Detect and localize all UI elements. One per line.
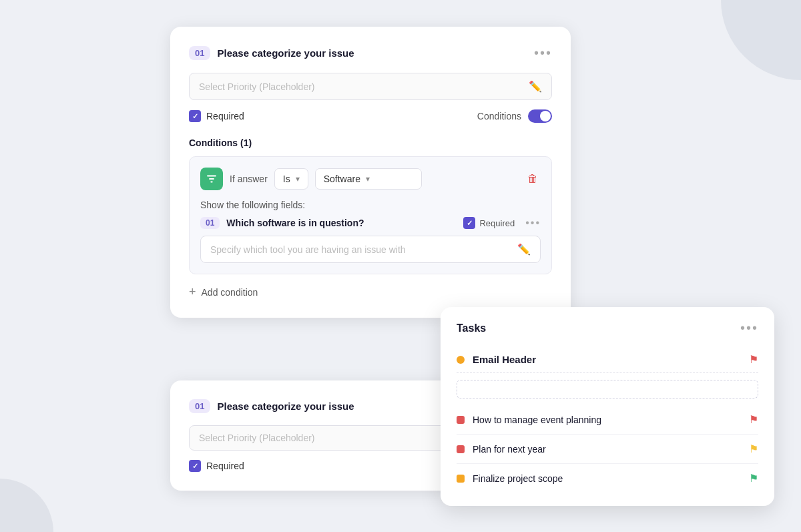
priority-placeholder: Select Priority (Placeholder) xyxy=(199,81,529,92)
task-dot-1 xyxy=(457,416,465,424)
sub-input-row[interactable]: Specify which tool you are having an iss… xyxy=(200,236,541,263)
plus-icon: + xyxy=(189,285,196,299)
task-text-1: How to manage event planning xyxy=(473,415,741,425)
email-header-item: Email Header ⚑ xyxy=(457,346,758,373)
priority-input-row-2[interactable]: Select Priority (Placeholder) xyxy=(189,425,472,451)
section-title: Please categorize your issue xyxy=(217,47,354,59)
section-header-2-left: 01 Please categorize your issue xyxy=(189,399,354,413)
required-check-2[interactable]: Required xyxy=(189,460,472,472)
is-dropdown[interactable]: Is ▾ xyxy=(274,168,308,190)
email-header-flag: ⚑ xyxy=(749,353,758,366)
sub-required-check[interactable]: Required xyxy=(463,217,515,229)
required-label: Required xyxy=(206,111,244,121)
condition-box: If answer Is ▾ Software ▾ 🗑 Show the fol… xyxy=(189,156,552,274)
sub-required-checkbox[interactable] xyxy=(463,217,475,229)
condition-row: If answer Is ▾ Software ▾ 🗑 xyxy=(200,168,541,190)
tasks-more-icon[interactable]: ••• xyxy=(740,320,758,336)
add-condition-label: Add condition xyxy=(202,287,258,298)
software-dropdown-label: Software xyxy=(324,174,360,184)
section-header-2: 01 Please categorize your issue xyxy=(189,399,472,413)
section-title-2: Please categorize your issue xyxy=(217,401,354,412)
priority-placeholder-2: Select Priority (Placeholder) xyxy=(199,433,462,443)
step-badge: 01 xyxy=(189,46,210,60)
section-header: 01 Please categorize your issue ••• xyxy=(189,45,552,61)
add-condition-button[interactable]: + Add condition xyxy=(189,285,258,299)
edit-icon[interactable]: ✏️ xyxy=(529,80,542,93)
tasks-panel: Tasks ••• Email Header ⚑ How to manage e… xyxy=(441,307,774,506)
sub-edit-icon[interactable]: ✏️ xyxy=(517,243,531,256)
priority-input-row[interactable]: Select Priority (Placeholder) ✏️ xyxy=(189,73,552,100)
if-answer-label: If answer xyxy=(230,174,268,184)
sub-required-label: Required xyxy=(479,218,515,228)
task-item-3[interactable]: Finalize project scope ⚑ xyxy=(457,464,758,493)
sub-field-title: Which software is in question? xyxy=(226,218,457,228)
tasks-title: Tasks xyxy=(457,322,486,334)
is-dropdown-label: Is xyxy=(283,174,290,184)
email-header-dot xyxy=(457,356,465,364)
conditions-section: Conditions (1) If answer Is ▾ xyxy=(189,138,552,299)
options-row: Required Conditions xyxy=(189,109,552,123)
conditions-toggle[interactable] xyxy=(528,109,552,123)
condition-filter-icon xyxy=(200,168,223,190)
form-card-main: 01 Please categorize your issue ••• Sele… xyxy=(170,27,571,318)
conditions-label: Conditions xyxy=(477,111,521,121)
task-text-3: Finalize project scope xyxy=(473,473,741,484)
required-checkbox-2[interactable] xyxy=(189,460,201,472)
is-dropdown-arrow: ▾ xyxy=(296,174,300,184)
dashed-placeholder xyxy=(457,380,758,398)
more-options-icon[interactable]: ••• xyxy=(534,45,552,61)
sub-input-placeholder: Specify which tool you are having an iss… xyxy=(210,244,517,255)
required-check[interactable]: Required xyxy=(189,110,244,122)
tasks-header: Tasks ••• xyxy=(457,320,758,336)
sub-step-badge: 01 xyxy=(200,217,220,229)
task-text-2: Plan for next year xyxy=(473,444,741,455)
sub-more-icon[interactable]: ••• xyxy=(525,217,541,229)
task-flag-3: ⚑ xyxy=(749,472,758,485)
conditions-row: Conditions xyxy=(477,109,552,123)
required-label-2: Required xyxy=(206,461,244,471)
task-dot-2 xyxy=(457,445,465,453)
sub-field-row: 01 Which software is in question? Requir… xyxy=(200,217,541,229)
required-checkbox[interactable] xyxy=(189,110,201,122)
conditions-section-label: Conditions (1) xyxy=(189,138,552,148)
delete-condition-button[interactable]: 🗑 xyxy=(525,170,541,188)
task-item-2[interactable]: Plan for next year ⚑ xyxy=(457,435,758,464)
show-fields-label: Show the following fields: xyxy=(200,200,541,210)
software-dropdown[interactable]: Software ▾ xyxy=(315,168,422,190)
task-flag-2: ⚑ xyxy=(749,443,758,455)
task-item-1[interactable]: How to manage event planning ⚑ xyxy=(457,405,758,435)
task-dot-3 xyxy=(457,475,465,483)
email-header-text: Email Header xyxy=(473,354,741,365)
step-badge-2: 01 xyxy=(189,399,210,413)
software-dropdown-arrow: ▾ xyxy=(366,174,370,184)
task-flag-1: ⚑ xyxy=(749,413,758,426)
section-header-left: 01 Please categorize your issue xyxy=(189,46,354,60)
